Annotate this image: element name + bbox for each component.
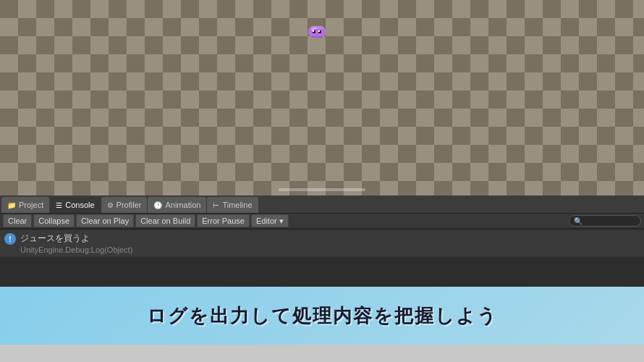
project-icon: 📁: [7, 201, 16, 209]
game-viewport: [0, 0, 644, 195]
svg-rect-10: [313, 30, 314, 32]
svg-rect-6: [310, 35, 324, 36]
console-icon: ☰: [56, 201, 62, 209]
svg-rect-4: [308, 32, 326, 33]
svg-rect-11: [318, 30, 320, 32]
tab-bar: 📁 Project ☰ Console ⚙ Profiler 🕐 Animati…: [0, 195, 644, 213]
clear-on-build-button[interactable]: Clear on Build: [135, 214, 195, 227]
slime-character: [304, 20, 330, 46]
tab-console-label: Console: [65, 201, 94, 209]
bottom-banner: ログを出力して処理内容を把握しよう: [0, 287, 644, 345]
console-entry[interactable]: ! ジュースを買うよ UnityEngine.Debug:Log(Object): [0, 230, 644, 257]
console-main-text: ジュースを買うよ: [20, 232, 132, 245]
timeline-icon: ⊢: [213, 201, 219, 209]
svg-rect-5: [308, 33, 326, 35]
svg-rect-3: [308, 30, 326, 32]
tab-console[interactable]: ☰ Console: [50, 197, 100, 213]
editor-dropdown[interactable]: Editor ▾: [251, 214, 289, 227]
collapse-button[interactable]: Collapse: [33, 214, 75, 227]
console-entry-text: ジュースを買うよ UnityEngine.Debug:Log(Object): [20, 232, 132, 254]
console-sub-text: UnityEngine.Debug:Log(Object): [20, 245, 132, 254]
console-toolbar: Clear Collapse Clear on Play Clear on Bu…: [0, 213, 644, 229]
svg-rect-0: [311, 26, 323, 28]
tab-project[interactable]: 📁 Project: [1, 197, 49, 213]
error-pause-button[interactable]: Error Pause: [197, 214, 250, 227]
dropdown-arrow-icon: ▾: [279, 216, 284, 226]
animation-icon: 🕐: [153, 201, 162, 209]
clear-on-play-button[interactable]: Clear on Play: [76, 214, 134, 227]
tab-animation[interactable]: 🕐 Animation: [148, 197, 206, 213]
clear-button[interactable]: Clear: [3, 214, 32, 227]
tab-timeline[interactable]: ⊢ Timeline: [207, 197, 258, 213]
svg-rect-12: [313, 28, 317, 29]
tab-animation-label: Animation: [165, 201, 200, 209]
tab-profiler-label: Profiler: [116, 201, 142, 209]
banner-text: ログを出力して処理内容を把握しよう: [147, 303, 498, 329]
info-icon: !: [4, 233, 16, 245]
tab-timeline-label: Timeline: [222, 201, 252, 209]
unity-panel: 📁 Project ☰ Console ⚙ Profiler 🕐 Animati…: [0, 195, 644, 287]
svg-rect-13: [311, 29, 314, 30]
svg-rect-2: [308, 29, 326, 30]
console-content: ! ジュースを買うよ UnityEngine.Debug:Log(Object): [0, 229, 644, 287]
console-search[interactable]: [569, 215, 641, 227]
tab-project-label: Project: [19, 201, 43, 209]
tab-profiler[interactable]: ⚙ Profiler: [101, 197, 148, 213]
editor-dropdown-label: Editor: [256, 216, 277, 225]
profiler-icon: ⚙: [107, 201, 114, 209]
scroll-indicator: [279, 188, 365, 191]
svg-rect-7: [311, 36, 323, 38]
